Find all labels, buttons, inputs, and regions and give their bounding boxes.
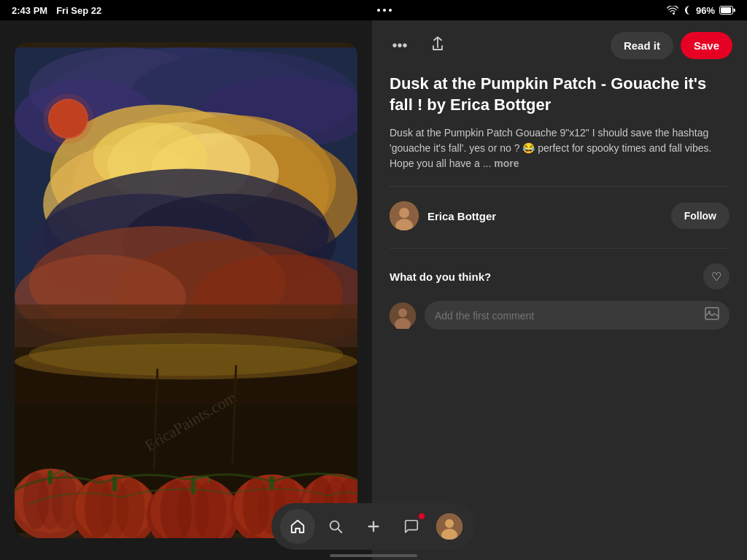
comment-input-wrapper — [425, 301, 729, 330]
svg-point-70 — [398, 308, 407, 317]
read-it-button[interactable]: Read it — [611, 32, 673, 59]
svg-rect-1 — [721, 7, 731, 13]
image-panel: EricaPaints.com — [0, 20, 372, 560]
moon-icon — [683, 5, 692, 15]
search-icon — [328, 518, 344, 534]
svg-point-76 — [445, 519, 454, 528]
follow-button[interactable]: Follow — [671, 203, 729, 229]
content-area: Dusk at the Pumpkin Patch - Gouache it's… — [372, 68, 747, 560]
status-dot-2 — [383, 9, 386, 12]
message-icon — [403, 518, 419, 534]
author-name: Erica Bottger — [427, 210, 496, 222]
toolbar: ••• Read it Save — [372, 20, 747, 68]
artwork-canvas: EricaPaints.com — [15, 42, 357, 538]
heart-button[interactable]: ♡ — [703, 263, 729, 289]
battery-icon — [719, 6, 735, 15]
more-link[interactable]: more — [494, 158, 519, 169]
nav-add[interactable] — [356, 509, 391, 544]
home-indicator — [330, 554, 417, 557]
nav-messages[interactable] — [394, 509, 429, 544]
nav-home[interactable] — [280, 509, 315, 544]
svg-rect-57 — [270, 476, 274, 491]
save-button[interactable]: Save — [681, 32, 732, 59]
divider2 — [390, 248, 729, 249]
svg-point-44 — [116, 478, 144, 538]
more-options-button[interactable]: ••• — [387, 33, 413, 59]
svg-point-67 — [399, 208, 409, 218]
pin-title: Dusk at the Pumpkin Patch - Gouache it's… — [390, 74, 729, 115]
status-dot-1 — [377, 9, 380, 12]
home-icon — [290, 518, 306, 534]
author-avatar[interactable] — [390, 201, 419, 230]
status-right: 96% — [667, 5, 735, 16]
comment-input[interactable] — [435, 310, 699, 322]
divider — [390, 186, 729, 187]
more-options-icon: ••• — [392, 37, 407, 54]
pin-description-text: Dusk at the Pumpkin Patch Gouache 9"x12"… — [390, 127, 711, 169]
comment-input-row — [390, 301, 729, 330]
heart-icon: ♡ — [711, 270, 721, 284]
status-bar: 2:43 PM Fri Sep 22 96% — [0, 0, 747, 20]
main-content: EricaPaints.com ••• — [0, 20, 747, 560]
author-row: Erica Bottger Follow — [390, 201, 729, 230]
nav-search[interactable] — [318, 509, 353, 544]
image-attach-button[interactable] — [705, 307, 719, 324]
profile-avatar — [436, 513, 462, 540]
nav-profile[interactable] — [432, 509, 467, 544]
share-icon — [431, 36, 444, 55]
image-attach-icon — [705, 308, 719, 323]
svg-point-28 — [43, 94, 93, 144]
artwork-image[interactable]: EricaPaints.com — [15, 42, 357, 538]
battery-percentage: 96% — [696, 5, 715, 16]
status-date: Fri Sep 22 — [56, 5, 101, 16]
status-time: 2:43 PM — [12, 5, 47, 16]
wifi-icon — [667, 6, 678, 15]
user-avatar — [390, 303, 416, 329]
svg-point-33 — [15, 343, 357, 379]
share-button[interactable] — [425, 33, 451, 59]
message-badge — [419, 513, 425, 519]
pin-description: Dusk at the Pumpkin Patch Gouache 9"x12"… — [390, 125, 729, 171]
comments-title: What do you think? — [390, 271, 491, 283]
add-icon — [365, 518, 382, 534]
comments-header: What do you think? ♡ — [390, 263, 729, 289]
bottom-navigation — [271, 503, 476, 550]
svg-rect-51 — [191, 478, 196, 495]
right-panel: ••• Read it Save Dusk at the Pumpkin Pat… — [372, 20, 747, 560]
status-dot-3 — [389, 9, 392, 12]
